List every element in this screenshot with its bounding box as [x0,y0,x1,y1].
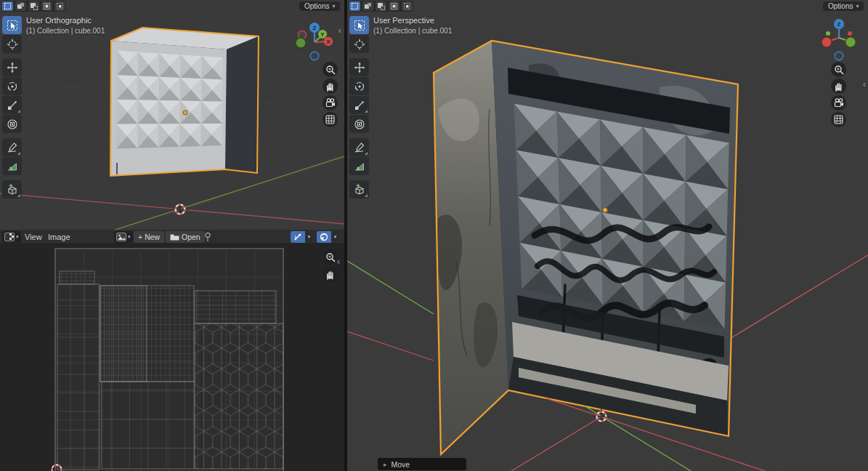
plus-icon: + [138,233,142,241]
cursor-3d-icon [7,39,18,50]
view-mode-label: User Orthographic [26,16,105,25]
uv-pan-button[interactable] [323,267,338,282]
submenu-indicator [365,152,368,155]
select-mode-strip [1,1,66,12]
move-tool[interactable] [2,58,22,76]
pan-button[interactable] [831,78,846,94]
hand-icon [325,81,335,92]
select-mode-new[interactable] [2,1,13,11]
options-button[interactable]: Options ▾ [299,1,340,11]
select-box-tool[interactable] [349,16,369,34]
x-axis-line [725,255,868,342]
menu-view[interactable]: View [22,231,45,243]
rotate-tool[interactable] [2,77,22,95]
image-browse-button[interactable]: ▾ [114,231,133,243]
y-axis-line [347,261,434,314]
transform-tool[interactable] [2,115,22,133]
select-box-tool[interactable] [2,16,22,34]
chevron-down-icon[interactable]: ▾ [331,231,339,243]
camera-view-button[interactable] [831,95,846,110]
transform-tool[interactable] [349,115,369,133]
panel-expand-arrow[interactable]: ▸ [384,461,387,468]
move-icon [7,62,18,73]
perspective-grid-button[interactable] [831,112,846,127]
chevron-down-icon[interactable]: ▾ [305,231,313,243]
measure-icon [354,161,365,172]
collapse-sidebar-arrow[interactable]: ‹ [863,80,866,89]
navigation-gizmo[interactable]: Z [817,16,861,61]
submenu-indicator [365,194,368,197]
view-mode-label: User Perspective [373,16,452,25]
hand-icon [325,270,335,280]
menu-image[interactable]: Image [45,231,73,243]
options-button[interactable]: Options ▾ [823,1,864,11]
viewport-orthographic[interactable]: User Orthographic (1) Collection | cube.… [0,0,344,230]
select-mode-extend[interactable] [15,1,26,11]
annotate-tool[interactable] [349,138,369,156]
scene-perspective [347,0,868,471]
measure-tool[interactable] [2,157,22,175]
select-mode-strip [349,1,413,12]
scale-tool[interactable] [349,96,369,114]
zoom-button[interactable] [831,62,846,77]
measure-tool[interactable] [349,157,369,175]
gizmo-axis-y[interactable] [845,37,856,47]
submenu-indicator [17,194,20,197]
submenu-indicator [365,110,368,113]
gizmo-axis-neg-y[interactable] [296,38,306,48]
operator-panel-move[interactable]: ▸ Move [378,458,466,470]
open-image-button[interactable]: Open [166,231,205,243]
viewport-perspective[interactable]: User Perspective (1) Collection | cube.0… [347,0,868,471]
cursor-3d-icon [354,39,365,50]
navigation-gizmo[interactable]: Z Y X [293,18,336,65]
select-mode-new[interactable] [349,1,360,11]
uv-image-editor[interactable]: ▾ View Image ▾ + New Open [0,230,344,471]
annotate-tool[interactable] [2,138,22,156]
uv-editor-header: ▾ View Image ▾ + New Open [0,230,344,244]
camera-view-button[interactable] [323,95,338,110]
collapse-sidebar-arrow[interactable]: ‹ [337,257,340,266]
pin-icon[interactable] [203,231,212,243]
transform-icon [354,118,365,130]
cube-object-textured[interactable] [434,41,738,454]
svg-text:Z: Z [837,21,841,28]
blender-window: User Orthographic (1) Collection | cube.… [0,0,868,471]
uv-zoom-button[interactable] [323,249,338,265]
select-mode-intersect[interactable] [402,1,413,11]
new-image-button[interactable]: + New [134,231,164,243]
select-mode-extend[interactable] [362,1,373,11]
annotate-icon [354,142,365,153]
scale-icon [7,100,18,111]
transform-icon [7,118,18,130]
select-mode-intersect[interactable] [54,1,65,11]
move-icon [354,62,365,73]
pan-button[interactable] [323,78,338,94]
magnifier-icon [325,252,336,262]
add-cube-tool[interactable] [2,180,22,198]
gizmo-axis-neg-z[interactable] [310,52,319,60]
scale-tool[interactable] [2,96,22,114]
cube-object-solid[interactable] [110,28,259,176]
zoom-button[interactable] [323,62,338,77]
select-mode-subtract[interactable] [376,1,386,11]
svg-text:Y: Y [320,31,325,38]
uv-tool-button[interactable]: ▾ [291,231,313,243]
add-cube-tool[interactable] [349,180,369,198]
ortho-grid-button[interactable] [323,112,338,127]
rotate-tool[interactable] [349,77,369,95]
select-mode-subtract[interactable] [28,1,39,11]
select-mode-invert[interactable] [41,1,52,11]
display-channels-button[interactable]: ▾ [317,231,339,243]
gizmo-axis-x[interactable] [822,37,832,47]
collapse-sidebar-arrow[interactable]: ‹ [338,26,341,35]
cursor-tool[interactable] [349,35,369,53]
move-tool[interactable] [349,58,369,76]
editor-type-button[interactable]: ▾ [2,231,21,243]
sphere-icon [320,233,328,241]
svg-text:Z: Z [313,25,317,31]
select-mode-invert[interactable] [389,1,399,11]
cursor-tool[interactable] [2,35,22,53]
magnifier-icon [834,65,844,75]
uv-islands[interactable] [57,271,283,470]
gizmo-axis-neg-z[interactable] [835,52,843,60]
